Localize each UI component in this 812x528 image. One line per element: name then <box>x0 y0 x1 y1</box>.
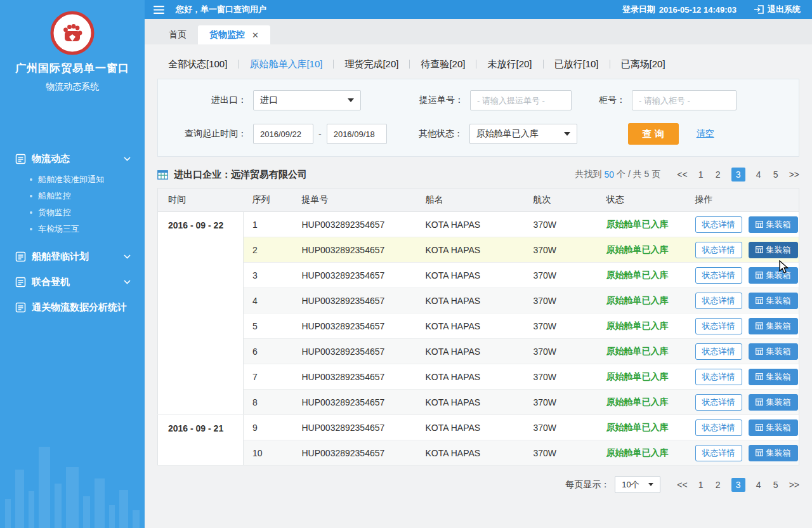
cell-seq: 4 <box>244 288 293 314</box>
status-filter-pending-inspection[interactable]: 待查验[20] <box>410 58 476 70</box>
cell-status: 原始舱单已入库 <box>598 390 686 415</box>
container-button[interactable]: 集装箱 <box>749 343 798 360</box>
table-row[interactable]: 5 HUP0032892354657 KOTA HAPAS 370W 原始舱单已… <box>158 314 799 339</box>
container-grid-icon <box>756 348 763 355</box>
container-button[interactable]: 集装箱 <box>749 293 798 309</box>
container-button[interactable]: 集装箱 <box>749 369 798 385</box>
status-detail-button[interactable]: 状态详情 <box>695 369 742 385</box>
status-detail-button[interactable]: 状态详情 <box>695 293 742 309</box>
sidebar-subtitle: 物流动态系统 <box>0 81 145 93</box>
submenu-label: 船舶监控 <box>38 190 71 202</box>
page-button-active[interactable]: 3 <box>731 168 745 182</box>
table-row[interactable]: 2016 - 09 - 22 1 HUP0032892354657 KOTA H… <box>158 212 799 237</box>
container-no-input[interactable] <box>632 90 737 110</box>
status-filter-not-released[interactable]: 未放行[20] <box>476 58 542 70</box>
cell-vessel: KOTA HAPAS <box>417 415 525 440</box>
table-row[interactable]: 6 HUP0032892354657 KOTA HAPAS 370W 原始舱单已… <box>158 339 799 364</box>
results-count: 50 <box>604 169 614 180</box>
status-detail-button[interactable]: 状态详情 <box>695 267 742 284</box>
page-prev-button[interactable]: << <box>677 169 687 180</box>
cell-actions: 状态详情 集装箱 <box>686 237 799 263</box>
cell-vessel: KOTA HAPAS <box>417 364 525 390</box>
container-button[interactable]: 集装箱 <box>749 419 798 436</box>
container-button[interactable]: 集装箱 <box>749 445 798 461</box>
sidebar-item-logistics[interactable]: 物流动态 <box>0 146 145 171</box>
cell-bl-number: HUP0032892354657 <box>293 440 417 466</box>
container-button[interactable]: 集装箱 <box>749 267 798 284</box>
status-filter-manifest-stored[interactable]: 原始舱单入库[10] <box>239 58 333 70</box>
table-row[interactable]: 3 HUP0032892354657 KOTA HAPAS 370W 原始舱单已… <box>158 263 799 288</box>
date-from-input[interactable] <box>253 124 313 144</box>
container-grid-icon <box>756 424 763 431</box>
status-filter-tally-done[interactable]: 理货完成[20] <box>334 58 409 70</box>
status-detail-button[interactable]: 状态详情 <box>695 394 742 411</box>
sidebar-item-cargo-monitor[interactable]: 货物监控 <box>0 204 145 221</box>
submenu-label: 车检场三互 <box>38 223 79 235</box>
date-to-input[interactable] <box>327 124 387 144</box>
page-next-button[interactable]: >> <box>789 480 799 490</box>
sidebar-submenu: 船舶准装准卸通知 船舶监控 货物监控 车检场三互 <box>0 171 145 237</box>
clear-link[interactable]: 清空 <box>697 128 714 140</box>
page-button[interactable]: 1 <box>697 169 705 180</box>
logout-button[interactable]: 退出系统 <box>754 4 801 15</box>
page-prev-button[interactable]: << <box>677 480 687 490</box>
status-detail-button[interactable]: 状态详情 <box>695 419 742 436</box>
status-detail-button[interactable]: 状态详情 <box>695 216 742 233</box>
container-grid-icon <box>756 373 763 380</box>
status-detail-button[interactable]: 状态详情 <box>695 242 742 258</box>
cell-voyage: 370W <box>525 263 598 288</box>
sidebar-item-customs-analysis[interactable]: 通关物流数据分析统计 <box>0 294 145 320</box>
sidebar-item-vehicle-yard[interactable]: 车检场三互 <box>0 221 145 237</box>
sidebar-item-joint-boarding[interactable]: 联合登机 <box>0 269 145 294</box>
table-row[interactable]: 10 HUP0032892354657 KOTA HAPAS 370W 原始舱单… <box>158 440 799 466</box>
page-button[interactable]: 4 <box>755 480 763 490</box>
results-table: 时间 序列 提单号 船名 航次 状态 操作 2016 - 09 - 22 1 H… <box>157 188 799 466</box>
bullet-dot-icon <box>30 211 32 214</box>
page-button[interactable]: 2 <box>714 169 722 180</box>
search-button[interactable]: 查 询 <box>628 123 679 145</box>
page-button[interactable]: 1 <box>697 480 705 490</box>
close-icon[interactable]: ✕ <box>252 30 259 40</box>
container-button[interactable]: 集装箱 <box>749 318 798 334</box>
container-button[interactable]: 集装箱 <box>749 394 798 411</box>
status-detail-button[interactable]: 状态详情 <box>695 318 742 334</box>
status-filter-released[interactable]: 已放行[10] <box>544 58 610 70</box>
page-button[interactable]: 5 <box>772 169 780 180</box>
cell-bl-number: HUP0032892354657 <box>293 364 417 390</box>
status-detail-button[interactable]: 状态详情 <box>695 445 742 461</box>
table-row[interactable]: 7 HUP0032892354657 KOTA HAPAS 370W 原始舱单已… <box>158 364 799 390</box>
table-row[interactable]: 4 HUP0032892354657 KOTA HAPAS 370W 原始舱单已… <box>158 288 799 314</box>
container-button-label: 集装箱 <box>766 295 791 307</box>
table-row[interactable]: 2016 - 09 - 21 9 HUP0032892354657 KOTA H… <box>158 415 799 440</box>
bullet-dot-icon <box>30 195 32 197</box>
sidebar-item-boarding-plan[interactable]: 船舶登临计划 <box>0 244 145 269</box>
page-button[interactable]: 5 <box>772 480 780 490</box>
sidebar-item-ship-load-notice[interactable]: 船舶准装准卸通知 <box>0 171 145 188</box>
page-button[interactable]: 2 <box>714 480 722 490</box>
cell-bl-number: HUP0032892354657 <box>293 339 417 364</box>
tab-cargo-monitor[interactable]: 货物监控 ✕ <box>198 25 270 44</box>
cell-status: 原始舱单已入库 <box>598 415 686 440</box>
date-range-label: 查询起止时间： <box>158 128 253 140</box>
table-row-highlighted[interactable]: 2 HUP0032892354657 KOTA HAPAS 370W 原始舱单已… <box>158 237 799 263</box>
page-button[interactable]: 4 <box>755 169 763 180</box>
per-page-select[interactable]: 10个 <box>615 476 660 493</box>
other-status-select[interactable]: 原始舱单已入库 <box>469 124 577 144</box>
hamburger-menu-icon[interactable] <box>154 6 164 14</box>
tab-home[interactable]: 首页 <box>157 25 198 44</box>
import-export-select[interactable]: 进口 <box>253 90 361 110</box>
page-button-active[interactable]: 3 <box>731 478 745 492</box>
status-filter-all[interactable]: 全部状态[100] <box>157 58 238 70</box>
status-filter-departed[interactable]: 已离场[20] <box>610 58 676 70</box>
container-button-hovered[interactable]: 集装箱 <box>749 242 798 258</box>
header-status: 状态 <box>598 188 686 212</box>
container-button[interactable]: 集装箱 <box>749 216 798 233</box>
status-detail-button[interactable]: 状态详情 <box>695 343 742 360</box>
bl-number-input[interactable] <box>470 90 572 110</box>
container-grid-icon <box>756 272 763 279</box>
page-next-button[interactable]: >> <box>789 169 799 180</box>
footer-pagination-bar: 每页显示： 10个 << 1 2 3 4 5 >> <box>157 476 799 505</box>
table-row[interactable]: 8 HUP0032892354657 KOTA HAPAS 370W 原始舱单已… <box>158 390 799 415</box>
cell-seq: 9 <box>244 415 293 440</box>
sidebar-item-ship-monitor[interactable]: 船舶监控 <box>0 188 145 204</box>
